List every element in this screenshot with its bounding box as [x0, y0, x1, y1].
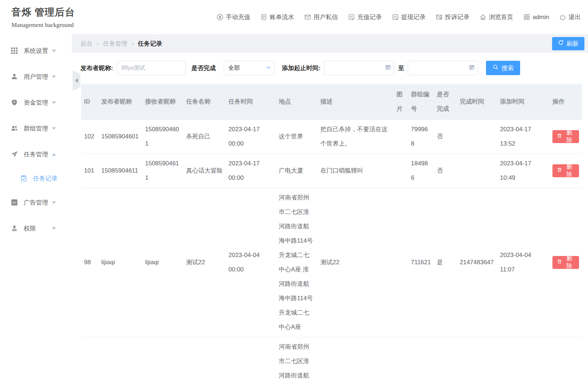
collapse-arrow-icon: [75, 78, 78, 83]
breadcrumb-section[interactable]: 任务管理: [103, 40, 128, 48]
table-row: 101 15085904611 15085904611 真心话大冒险 2023-…: [81, 154, 582, 188]
cell-completed: 是: [434, 188, 457, 337]
nav-item-manual-recharge[interactable]: 手动充值: [217, 13, 250, 21]
col-header-task-time: 任务时间: [226, 84, 276, 120]
cell-receiver: 15085904601: [142, 120, 183, 154]
col-header-complete-time: 完成时间: [457, 84, 497, 120]
chevron-down-icon: [52, 75, 56, 78]
sidebar-item-system-settings[interactable]: 系统设置: [0, 38, 72, 64]
cell-completed: [434, 337, 457, 380]
sidebar-item-user-management[interactable]: 用户管理: [0, 64, 72, 90]
brand: 音烁 管理后台 Management background: [0, 6, 75, 29]
cell-task-time: [226, 337, 276, 380]
nav-item-user-message[interactable]: 用户私信: [304, 13, 338, 21]
nav-item-recharge-record[interactable]: 充值记录: [348, 13, 382, 21]
publisher-filter-input[interactable]: [117, 61, 186, 75]
cell-image: [394, 120, 408, 154]
cell-actions: 删除: [550, 337, 582, 380]
nav-item-admin[interactable]: admin: [523, 14, 549, 21]
cell-id: 102: [81, 120, 98, 154]
breadcrumb-bar: 后台 > 任务管理 > 任务记录 刷新: [72, 34, 588, 53]
sidebar-item-permission[interactable]: 权限: [0, 215, 72, 241]
col-header-publisher: 发布者昵称: [98, 84, 142, 120]
cell-description: [318, 337, 394, 380]
cell-location: 河南省郑州市二七区淮河路街道航海中路114号升龙城二七中心A座 淮河路街道航海中…: [276, 188, 318, 337]
sidebar-item-task-management[interactable]: 任务管理: [0, 141, 72, 167]
cell-task-time: 2023-04-17 00:00: [226, 120, 276, 154]
cell-task-name: [183, 337, 226, 380]
sidebar-item-funds-management[interactable]: ¥ 资金管理: [0, 90, 72, 115]
date-range-label: 添加起止时间:: [282, 64, 321, 72]
cell-location: 这个世界: [276, 120, 318, 154]
task-record-table: ID 发布者昵称 接收者昵称 任务名称 任务时间 地点 描述 图片 群组编号 是…: [81, 84, 582, 380]
date-to-input[interactable]: [408, 61, 478, 75]
cell-add-time: 2023-04-17 13:52: [497, 120, 550, 154]
shield-icon: ¥: [11, 99, 18, 106]
cell-description: 把自己杀掉，不要活在这个世界上。: [318, 120, 394, 154]
nav-item-logout[interactable]: 退出: [559, 13, 581, 21]
breadcrumb-separator: >: [96, 41, 99, 47]
table-row: 102 15085904601 15085904601 杀死自己 2023-04…: [81, 120, 582, 154]
cell-id: [81, 337, 98, 380]
calendar-icon: [385, 64, 391, 72]
svg-text:AD: AD: [13, 201, 17, 204]
refresh-icon: [558, 40, 564, 47]
cell-image: [394, 337, 408, 380]
chevron-down-icon: [52, 127, 56, 130]
delete-button[interactable]: 删除: [552, 130, 579, 143]
delete-button[interactable]: 删除: [552, 164, 579, 177]
date-from-input[interactable]: [324, 61, 394, 75]
cell-id: 101: [81, 154, 98, 188]
cell-task-time: 2023-04-17 00:00: [226, 154, 276, 188]
cell-task-time: 2023-04-04 00:00: [226, 188, 276, 337]
date-to-label: 至: [398, 64, 404, 72]
app-header: 音烁 管理后台 Management background 手动充值 账单流水 …: [0, 0, 588, 34]
table-row: 98 lijiaqi lijiaqi 测试22 2023-04-04 00:00…: [81, 188, 582, 337]
refresh-button[interactable]: 刷新: [552, 37, 584, 50]
nav-item-browse-home[interactable]: 浏览首页: [480, 13, 513, 21]
cell-complete-time: 2147483647: [457, 188, 497, 337]
cell-publisher: [98, 337, 142, 380]
cell-image: [394, 188, 408, 337]
cell-id: 98: [81, 188, 98, 337]
recharge-record-icon: [348, 14, 355, 20]
cell-publisher: 15085904601: [98, 120, 142, 154]
cell-actions: 删除: [550, 120, 582, 154]
breadcrumb-current: 任务记录: [138, 40, 162, 48]
users-group-icon: [11, 125, 18, 132]
chevron-down-icon: [52, 201, 56, 204]
col-header-description: 描述: [318, 84, 394, 120]
user-icon: [11, 73, 18, 80]
sidebar-subitem-task-record[interactable]: 任务记录: [0, 167, 72, 189]
cell-description: 在门口唱狐狸叫: [318, 154, 394, 188]
ad-icon: AD: [11, 199, 18, 206]
breadcrumb: 后台 > 任务管理 > 任务记录: [80, 40, 162, 48]
cell-publisher: 15085904611: [98, 154, 142, 188]
col-header-completed: 是否完成: [434, 84, 457, 120]
cell-complete-time: [457, 337, 497, 380]
complaint-record-icon: [436, 14, 443, 20]
publisher-filter-label: 发布者昵称:: [80, 64, 113, 72]
breadcrumb-separator: >: [131, 41, 134, 47]
nav-item-billing-flow[interactable]: 账单流水: [260, 13, 294, 21]
col-header-actions: 操作: [550, 84, 582, 120]
search-button[interactable]: 搜索: [486, 61, 520, 75]
sidebar-item-group-management[interactable]: 群组管理: [0, 115, 72, 141]
app-title: 音烁 管理后台: [11, 6, 75, 19]
sidebar-item-ads-management[interactable]: AD 广告管理: [0, 189, 72, 215]
nav-item-complaint-record[interactable]: 投诉记录: [436, 13, 469, 21]
cell-receiver: 15085904611: [142, 154, 183, 188]
paper-plane-icon: [11, 151, 18, 157]
cell-receiver: lijiaqi: [142, 188, 183, 337]
col-header-group-id: 群组编号: [408, 84, 434, 120]
delete-button[interactable]: 删除: [552, 256, 579, 269]
nav-item-withdraw-record[interactable]: 提现记录: [392, 13, 426, 21]
completed-filter-select[interactable]: 全部: [224, 61, 275, 75]
completed-filter-label: 是否完成: [191, 64, 216, 72]
cell-task-name: 真心话大冒险: [183, 154, 226, 188]
trash-icon: [557, 259, 562, 266]
breadcrumb-root[interactable]: 后台: [80, 40, 93, 48]
table-header-row: ID 发布者昵称 接收者昵称 任务名称 任务时间 地点 描述 图片 群组编号 是…: [81, 84, 582, 120]
col-header-task-name: 任务名称: [183, 84, 226, 120]
top-navigation: 手动充值 账单流水 用户私信 充值记录: [217, 13, 588, 21]
